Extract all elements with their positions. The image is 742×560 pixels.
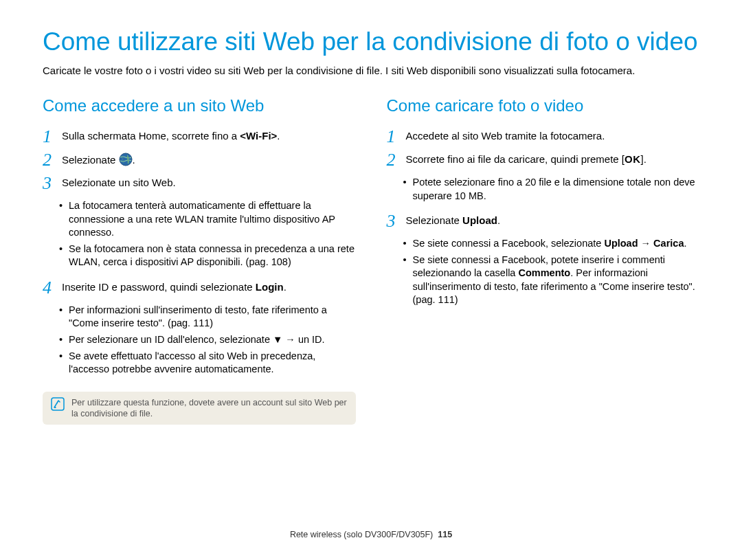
- step-number: 4: [43, 279, 62, 297]
- step-1: 1 Accedete al sito Web tramite la fotoca…: [387, 128, 700, 146]
- note-box: Per utilizzare questa funzione, dovete a…: [43, 392, 356, 425]
- page-title: Come utilizzare siti Web per la condivis…: [43, 27, 699, 57]
- text: Sulla schermata Home, scorrete fino a: [62, 130, 240, 142]
- left-heading: Come accedere a un sito Web: [43, 96, 356, 115]
- page-footer: Rete wireless (solo DV300F/DV305F) 115: [0, 530, 742, 539]
- note-icon: [51, 397, 65, 411]
- text: Scorrete fino ai file da caricare, quind…: [406, 153, 625, 165]
- text: ].: [641, 153, 647, 165]
- footer-text: Rete wireless (solo DV300F/DV305F): [290, 530, 433, 539]
- step-3-bullets: La fotocamera tenterà automaticamente di…: [43, 198, 356, 275]
- right-column: Come caricare foto o video 1 Accedete al…: [387, 96, 700, 425]
- wifi-label: <Wi-Fi>: [240, 130, 277, 142]
- left-column: Come accedere a un sito Web 1 Sulla sche…: [43, 96, 356, 425]
- step-2: 2 Selezionate .: [43, 151, 356, 169]
- svg-point-0: [120, 153, 132, 166]
- text: Selezionate: [62, 154, 119, 166]
- svg-rect-1: [52, 398, 64, 410]
- text: .: [284, 281, 286, 293]
- step-1: 1 Sulla schermata Home, scorrete fino a …: [43, 128, 356, 146]
- bullet-item: Se la fotocamera non è stata connessa in…: [59, 243, 356, 269]
- step-2-bullets: Potete selezionare fino a 20 file e la d…: [387, 175, 700, 208]
- step-number: 2: [387, 151, 406, 169]
- bullet-item: La fotocamera tenterà automaticamente di…: [59, 199, 356, 240]
- login-label: Login: [256, 281, 284, 293]
- text: Se siete connessi a Facebook, selezionat…: [413, 238, 605, 249]
- step-text: Selezionate .: [62, 151, 356, 167]
- step-number: 3: [43, 175, 62, 192]
- text: Selezionate: [406, 214, 463, 226]
- step-text: Accedete al sito Web tramite la fotocame…: [406, 128, 700, 143]
- text: .: [684, 238, 686, 249]
- text: .: [277, 130, 280, 142]
- upload-label: Upload: [462, 214, 497, 226]
- step-number: 1: [387, 128, 406, 146]
- text: .: [497, 214, 500, 226]
- bullet-item: Se siete connessi a Facebook, potete ins…: [403, 254, 700, 307]
- step-text: Scorrete fino ai file da caricare, quind…: [406, 151, 700, 166]
- step-text: Selezionate Upload.: [406, 212, 700, 227]
- ok-icon: OK: [625, 153, 641, 165]
- commento-label: Commento: [518, 267, 570, 278]
- two-column-layout: Come accedere a un sito Web 1 Sulla sche…: [43, 96, 699, 425]
- step-3-bullets: Se siete connessi a Facebook, selezionat…: [387, 236, 700, 313]
- intro-text: Caricate le vostre foto o i vostri video…: [43, 64, 699, 78]
- step-number: 3: [387, 212, 406, 230]
- step-3: 3 Selezionate Upload.: [387, 212, 700, 230]
- bullet-item: Per informazioni sull'inserimento di tes…: [59, 304, 356, 331]
- step-4: 4 Inserite ID e password, quindi selezio…: [43, 279, 356, 297]
- globe-icon: [119, 153, 133, 166]
- step-number: 1: [43, 128, 62, 146]
- bullet-item: Per selezionare un ID dall'elenco, selez…: [59, 333, 356, 347]
- note-text: Per utilizzare questa funzione, dovete a…: [71, 397, 348, 420]
- carica-label: Carica: [653, 238, 684, 249]
- step-number: 2: [43, 151, 62, 169]
- step-2: 2 Scorrete fino ai file da caricare, qui…: [387, 151, 700, 169]
- manual-page: Come utilizzare siti Web per la condivis…: [0, 0, 742, 560]
- step-4-bullets: Per informazioni sull'inserimento di tes…: [43, 302, 356, 382]
- right-heading: Come caricare foto o video: [387, 96, 700, 115]
- step-text: Selezionate un sito Web.: [62, 175, 356, 190]
- arrow: →: [638, 238, 654, 249]
- text: Inserite ID e password, quindi seleziona…: [62, 281, 256, 293]
- text: Per selezionare un ID dall'elenco, selez…: [69, 334, 273, 345]
- bullet-item: Se siete connessi a Facebook, selezionat…: [403, 237, 700, 251]
- bullet-item: Potete selezionare fino a 20 file e la d…: [403, 176, 700, 203]
- text: .: [133, 154, 135, 166]
- page-number: 115: [438, 530, 452, 539]
- step-3: 3 Selezionate un sito Web.: [43, 175, 356, 192]
- step-text: Inserite ID e password, quindi seleziona…: [62, 279, 356, 294]
- step-text: Sulla schermata Home, scorrete fino a <W…: [62, 128, 356, 143]
- triangle-down-icon: ▼: [273, 333, 282, 347]
- bullet-item: Se avete effettuato l'accesso al sito We…: [59, 350, 356, 377]
- text: → un ID.: [282, 334, 324, 345]
- upload-label: Upload: [604, 238, 638, 249]
